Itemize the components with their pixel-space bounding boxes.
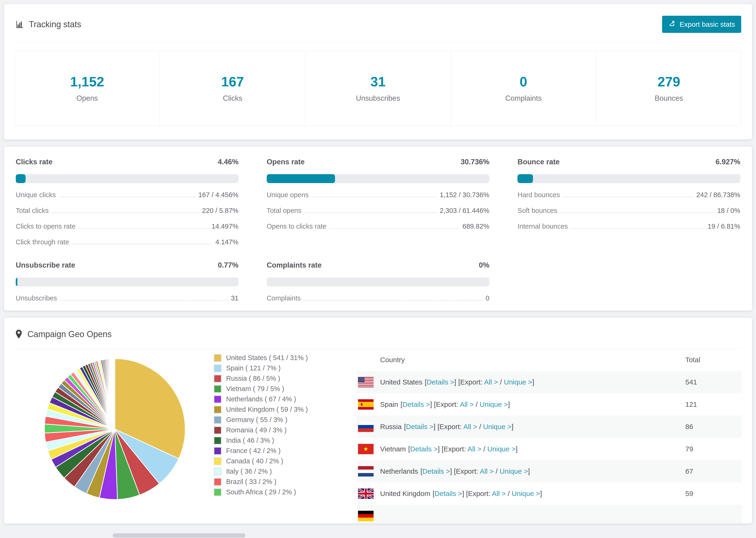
tracking-card-header: Tracking stats Export basic stats: [14, 12, 742, 42]
stat-box-bounces: 279Bounces: [596, 51, 741, 126]
legend-item[interactable]: India ( 46 / 3% ): [214, 437, 331, 444]
rate-progress-fill: [267, 174, 335, 183]
rate-stat-label: Complaints: [267, 295, 301, 302]
details-link[interactable]: Details >: [427, 378, 454, 386]
de-flag-icon: [358, 511, 374, 521]
legend-item[interactable]: France ( 42 / 2% ): [214, 447, 331, 455]
details-link[interactable]: Details >: [403, 401, 430, 408]
legend-label: United States ( 541 / 31% ): [226, 354, 308, 362]
bar-chart-icon: [15, 20, 24, 29]
legend-item[interactable]: Vietnam ( 79 / 5% ): [214, 385, 331, 393]
legend-label: Russia ( 86 / 5% ): [226, 375, 280, 382]
details-link[interactable]: Details >: [410, 445, 438, 453]
rate-stat-row: Unique opens1,152 / 30.736%: [267, 191, 490, 199]
stat-box-clicks: 167Clicks: [160, 51, 305, 126]
export-all-link[interactable]: All >: [460, 401, 473, 408]
export-unique-link[interactable]: Unique >: [500, 467, 528, 475]
rate-progress-bar: [16, 278, 239, 286]
legend-item[interactable]: Spain ( 121 / 7% ): [214, 364, 331, 372]
export-icon: [668, 20, 676, 29]
legend-swatch: [214, 364, 221, 372]
legend-item[interactable]: Canada ( 40 / 2% ): [214, 457, 331, 465]
rate-progress-bar: [267, 278, 490, 286]
details-link[interactable]: Details >: [435, 490, 462, 497]
legend-swatch: [214, 416, 221, 424]
export-unique-link[interactable]: Unique >: [483, 423, 512, 430]
geo-card-header: Campaign Geo Opens: [14, 326, 742, 349]
legend-label: Italy ( 36 / 2% ): [226, 467, 272, 475]
details-link[interactable]: Details >: [422, 467, 450, 475]
rate-progress-bar: [16, 174, 239, 183]
legend-item[interactable]: South Africa ( 29 / 2% ): [214, 488, 331, 496]
legend-swatch: [214, 447, 221, 455]
table-row-partial: [357, 505, 742, 524]
geo-legend: United States ( 541 / 31% )Spain ( 121 /…: [214, 350, 331, 524]
legend-item[interactable]: United Kingdom ( 59 / 3% ): [214, 405, 331, 413]
table-row-united-kingdom: United Kingdom[Details >] [Export: All >…: [357, 482, 742, 505]
export-unique-link[interactable]: Unique >: [480, 401, 508, 408]
rate-stat-row: Internal bounces19 / 6.81%: [517, 223, 740, 230]
rate-stat-value: 14.497%: [212, 223, 239, 230]
stat-value: 279: [596, 74, 741, 89]
tracking-stats-card: Tracking stats Export basic stats 1,152O…: [4, 4, 752, 140]
details-link[interactable]: Details >: [406, 423, 434, 430]
dotted-leader: [60, 300, 228, 300]
legend-item[interactable]: Romania ( 49 / 3% ): [214, 426, 331, 434]
rate-stat-label: Total opens: [267, 207, 301, 215]
legend-swatch: [214, 437, 221, 444]
dotted-leader: [311, 197, 437, 197]
dotted-leader: [303, 300, 483, 300]
stat-box-complaints: 0Complaints: [451, 51, 596, 126]
country-name: Vietnam: [380, 445, 406, 453]
legend-label: Vietnam ( 79 / 5% ): [226, 385, 284, 393]
table-row-russia: Russia[Details >] [Export: All > / Uniqu…: [357, 415, 742, 438]
dotted-leader: [79, 228, 209, 229]
rate-stat-label: Clicks to opens rate: [16, 223, 76, 230]
export-unique-link[interactable]: Unique >: [504, 378, 532, 386]
ru-flag-icon: [358, 422, 374, 432]
stat-label: Unsubscribes: [305, 94, 451, 103]
rate-stat-row: Click through rate4.147%: [16, 238, 239, 246]
legend-item[interactable]: United States ( 541 / 31% ): [214, 354, 331, 362]
export-all-link[interactable]: All >: [467, 445, 481, 453]
rate-stat-value: 19 / 6.81%: [708, 223, 740, 230]
rate-stat-row: Soft bounces18 / 0%: [517, 207, 740, 215]
export-unique-link[interactable]: Unique >: [487, 445, 515, 453]
rate-stat-value: 167 / 4.456%: [198, 191, 239, 199]
es-flag-icon: [358, 399, 374, 409]
legend-item[interactable]: Russia ( 86 / 5% ): [214, 375, 331, 382]
export-all-link[interactable]: All >: [492, 490, 506, 497]
dotted-leader: [72, 244, 212, 244]
rate-stat-row: Clicks to opens rate14.497%: [16, 223, 239, 230]
rate-value: 0%: [479, 261, 490, 269]
export-all-link[interactable]: All >: [463, 423, 477, 430]
export-all-link[interactable]: All >: [484, 378, 498, 386]
export-unique-link[interactable]: Unique >: [512, 490, 540, 497]
export-basic-stats-button[interactable]: Export basic stats: [662, 16, 741, 33]
country-total: 541: [685, 378, 742, 386]
dotted-leader: [59, 197, 195, 197]
rate-stat-value: 31: [231, 295, 238, 302]
stat-value: 167: [160, 74, 305, 89]
rate-stat-label: Unique opens: [267, 191, 309, 199]
country-name: Russia: [380, 423, 402, 431]
rate-stat-row: Hard bounces242 / 86.738%: [517, 191, 740, 199]
rate-stat-value: 689.82%: [462, 223, 490, 230]
rate-stat-row: Unsubscribes31: [16, 295, 239, 302]
rate-stat-value: 4.147%: [215, 238, 238, 246]
stat-label: Complaints: [451, 94, 596, 103]
legend-item[interactable]: Netherlands ( 67 / 4% ): [214, 395, 331, 403]
legend-item[interactable]: Brazil ( 33 / 2% ): [214, 478, 331, 486]
nl-flag-icon: [358, 466, 374, 476]
geo-title: Campaign Geo Opens: [27, 329, 112, 339]
table-row-netherlands: Netherlands[Details >] [Export: All > / …: [357, 460, 742, 482]
dotted-leader: [560, 212, 715, 213]
horizontal-scrollbar-thumb[interactable]: [113, 533, 245, 538]
rates-card: Clicks rate4.46%Unique clicks167 / 4.456…: [4, 146, 752, 311]
legend-item[interactable]: Germany ( 55 / 3% ): [214, 416, 331, 424]
rate-stat-row: Total clicks220 / 5.87%: [16, 207, 239, 215]
legend-item[interactable]: Italy ( 36 / 2% ): [214, 467, 331, 475]
export-all-link[interactable]: All >: [480, 467, 494, 475]
stat-box-unsubscribes: 31Unsubscribes: [305, 51, 451, 126]
rate-stat-value: 220 / 5.87%: [202, 207, 239, 215]
